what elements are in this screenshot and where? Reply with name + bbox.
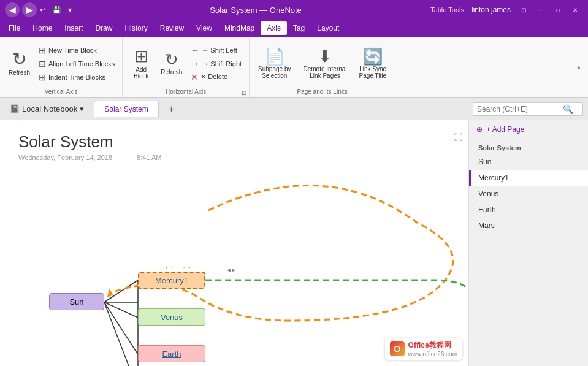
link-sync-page-title-button[interactable]: 🔄 Link SyncPage Title bbox=[356, 46, 390, 82]
align-left-time-blocks-button[interactable]: ⊟ Align Left Time Blocks bbox=[36, 58, 117, 70]
menu-file[interactable]: File bbox=[2, 21, 26, 35]
refresh-label: Refresh bbox=[161, 69, 182, 75]
sidebar: ⊕ + Add Page Solar System Sun Mercury1 V… bbox=[468, 120, 588, 366]
page-date: Wednesday, February 14, 2018 bbox=[18, 154, 112, 161]
menu-bar: File Home Insert Draw History Review Vie… bbox=[0, 20, 588, 37]
sidebar-page-earth[interactable]: Earth bbox=[469, 202, 588, 218]
new-time-block-button[interactable]: ⊞ New Time Block bbox=[36, 44, 117, 56]
green-arrow-path bbox=[205, 280, 468, 296]
undo-button[interactable]: ↩ bbox=[37, 4, 49, 16]
subpage-icon: 📄 bbox=[265, 48, 284, 64]
menu-axis[interactable]: Axis bbox=[261, 21, 287, 35]
add-block-icon: ⊞ bbox=[134, 48, 148, 65]
page-time: 8:41 AM bbox=[137, 154, 161, 161]
horizontal-axis-expander[interactable]: ⊡ bbox=[242, 90, 246, 96]
shift-left-icon: ← bbox=[191, 45, 199, 55]
menu-layout[interactable]: Layout bbox=[311, 21, 345, 35]
sidebar-page-venus[interactable]: Venus bbox=[469, 186, 588, 202]
menu-mindmap[interactable]: MindMap bbox=[218, 21, 261, 35]
window-controls: ◀ ▶ bbox=[5, 2, 37, 17]
menu-review[interactable]: Review bbox=[154, 21, 190, 35]
menu-home[interactable]: Home bbox=[26, 21, 58, 35]
connector-mercury bbox=[104, 280, 138, 302]
vertical-axis-label: Vertical Axis bbox=[0, 88, 122, 95]
node-mercury[interactable]: Mercury1 bbox=[138, 272, 205, 289]
refresh-large-button[interactable]: ↻ Refresh bbox=[5, 48, 34, 78]
shift-left-button[interactable]: ← ← Shift Left bbox=[188, 44, 244, 56]
notebook-icon: 📓 bbox=[10, 104, 20, 113]
page-links-label: Page and Its Links bbox=[250, 88, 395, 95]
menu-insert[interactable]: Insert bbox=[58, 21, 89, 35]
vertical-axis-small-buttons: ⊞ New Time Block ⊟ Align Left Time Block… bbox=[36, 44, 117, 83]
mindmap: Sun Mercury1 Venus Earth Mars · · · · · … bbox=[18, 173, 450, 357]
horizontal-axis-group: ⊞ AddBlock ↻ Refresh ← ← Shift Left → → … bbox=[123, 37, 250, 97]
ribbon-collapse-button[interactable]: ▲ bbox=[575, 63, 583, 72]
notebook-name: Local Notebook bbox=[22, 104, 77, 113]
refresh-large-icon: ↻ bbox=[12, 51, 26, 68]
node-venus[interactable]: Venus bbox=[138, 308, 205, 326]
main-area: Solar System Wednesday, February 14, 201… bbox=[0, 120, 588, 366]
horizontal-axis-content: ⊞ AddBlock ↻ Refresh ← ← Shift Left → → … bbox=[128, 39, 244, 88]
watermark-site: Office教程网 bbox=[408, 340, 457, 351]
sidebar-section-title: Solar System bbox=[469, 139, 588, 154]
forward-button[interactable]: ▶ bbox=[22, 2, 37, 17]
maximize-button[interactable]: □ bbox=[550, 4, 566, 16]
align-left-label: Align Left Time Blocks bbox=[48, 60, 115, 67]
refresh-button[interactable]: ↻ Refresh bbox=[157, 49, 186, 78]
shift-right-button[interactable]: → → Shift Right bbox=[188, 58, 244, 70]
connector-venus bbox=[104, 302, 138, 318]
node-sun[interactable]: Sun bbox=[49, 293, 104, 310]
search-box[interactable]: 🔍 bbox=[473, 102, 583, 116]
search-icon[interactable]: 🔍 bbox=[563, 104, 573, 114]
watermark-url: www.office26.com bbox=[408, 351, 457, 357]
back-button[interactable]: ◀ bbox=[5, 2, 20, 17]
shift-right-label: → Shift Right bbox=[202, 60, 242, 67]
ribbon-collapse: ▲ bbox=[575, 37, 588, 97]
horizontal-axis-label: Horizontal Axis bbox=[123, 88, 249, 95]
page-meta: Wednesday, February 14, 2018 8:41 AM bbox=[18, 154, 450, 161]
tab-solar-system[interactable]: Solar System bbox=[94, 101, 158, 117]
indent-time-blocks-button[interactable]: ⊞ Indent Time Blocks bbox=[36, 71, 117, 83]
delete-button[interactable]: ✕ ✕ Delete bbox=[188, 71, 244, 83]
save-button[interactable]: 💾 bbox=[50, 4, 63, 16]
notebook-selector[interactable]: 📓 Local Notebook ▾ bbox=[5, 102, 89, 116]
earth-label[interactable]: Earth bbox=[162, 349, 181, 359]
watermark: O Office教程网 www.office26.com bbox=[385, 338, 462, 360]
menu-tag[interactable]: Tag bbox=[287, 21, 311, 35]
add-tab-button[interactable]: + bbox=[164, 101, 179, 117]
add-block-button[interactable]: ⊞ AddBlock bbox=[128, 45, 155, 82]
subpage-label: Subpage bySelection bbox=[258, 66, 291, 79]
menu-history[interactable]: History bbox=[118, 21, 153, 35]
content-area: Solar System Wednesday, February 14, 201… bbox=[0, 120, 468, 366]
vertical-axis-group: ↻ Refresh ⊞ New Time Block ⊟ Align Left … bbox=[0, 37, 123, 97]
subpage-by-selection-button[interactable]: 📄 Subpage bySelection bbox=[254, 46, 294, 82]
add-page-plus-icon: ⊕ bbox=[476, 125, 483, 134]
sidebar-page-mars[interactable]: Mars bbox=[469, 218, 588, 234]
qat-dropdown[interactable]: ▾ bbox=[64, 4, 76, 16]
orange-arrow-path bbox=[110, 186, 453, 321]
close-button[interactable]: ✕ bbox=[567, 4, 583, 16]
sidebar-page-mercury[interactable]: Mercury1 bbox=[469, 170, 588, 186]
menu-view[interactable]: View bbox=[190, 21, 218, 35]
demote-label: Demote InternalLink Pages bbox=[303, 66, 346, 79]
expand-collapse-arrows[interactable]: ◂▸ bbox=[227, 265, 235, 274]
mercury-label[interactable]: Mercury1 bbox=[155, 276, 188, 285]
refresh-large-label: Refresh bbox=[9, 69, 30, 76]
restore-button[interactable]: ⊡ bbox=[516, 4, 532, 16]
node-earth[interactable]: Earth bbox=[138, 345, 205, 362]
search-input[interactable] bbox=[477, 105, 563, 113]
user-name[interactable]: linton james bbox=[472, 6, 511, 14]
drag-handle[interactable]: · · · · · bbox=[166, 264, 192, 271]
sidebar-page-sun[interactable]: Sun bbox=[469, 154, 588, 170]
menu-draw[interactable]: Draw bbox=[89, 21, 118, 35]
connector-earth bbox=[104, 302, 138, 354]
shift-right-icon: → bbox=[191, 59, 199, 69]
new-time-block-icon: ⊞ bbox=[39, 45, 46, 55]
demote-icon: ⬇ bbox=[318, 48, 332, 64]
venus-label[interactable]: Venus bbox=[161, 313, 183, 322]
link-sync-icon: 🔄 bbox=[363, 48, 383, 64]
minimize-button[interactable]: ─ bbox=[533, 4, 549, 16]
add-page-button[interactable]: ⊕ + Add Page bbox=[469, 120, 588, 139]
demote-internal-link-pages-button[interactable]: ⬇ Demote InternalLink Pages bbox=[299, 46, 350, 82]
expand-button[interactable]: ⛶ bbox=[454, 132, 462, 142]
